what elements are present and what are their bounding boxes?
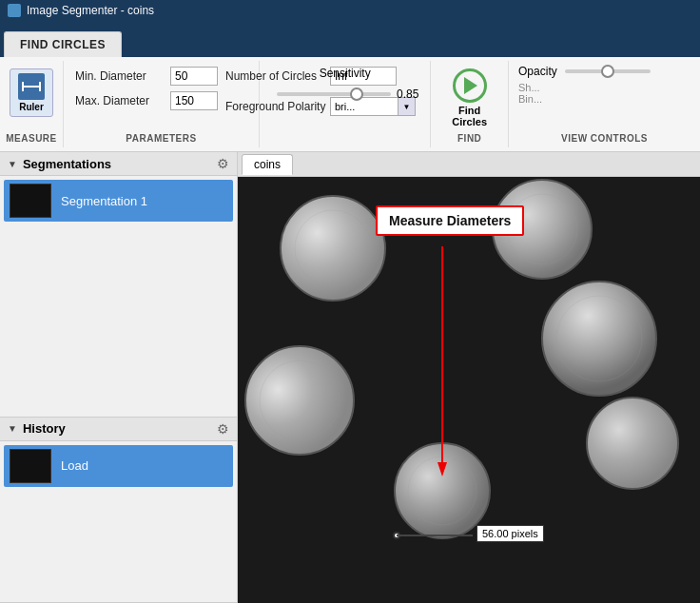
- tab-bar: FIND CIRCLES: [0, 21, 700, 57]
- image-tab-bar: coins: [238, 152, 700, 177]
- min-diameter-label: Min. Diameter: [75, 69, 170, 83]
- segmentations-header[interactable]: ▼ Segmentations ⚙: [0, 152, 237, 176]
- measure-container: 56.00 pixels: [397, 535, 473, 536]
- toolbar: Ruler MEASURE Min. Diameter Max. Diamete…: [0, 57, 700, 152]
- coin-1: [281, 196, 385, 301]
- history-item-label: Load: [61, 458, 88, 473]
- coin-6: [587, 398, 678, 489]
- history-section: ▼ History ⚙ Load: [0, 418, 237, 603]
- measure-relative: 56.00 pixels: [397, 535, 473, 536]
- measure-value: 56.00 pixels: [482, 528, 538, 539]
- show-binary-row: Sh...Bin...: [518, 82, 690, 105]
- max-diameter-label: Max. Diameter: [75, 94, 170, 107]
- coins-svg: [238, 177, 700, 603]
- opacity-row: Opacity: [518, 65, 690, 78]
- coins-tab[interactable]: coins: [242, 154, 293, 175]
- history-gear-icon[interactable]: ⚙: [217, 421, 229, 437]
- measure-section-label: MEASURE: [6, 133, 57, 144]
- sensitivity-slider[interactable]: [277, 92, 391, 96]
- show-binary-label: Sh...Bin...: [518, 82, 542, 105]
- find-section-label: FIND: [457, 133, 481, 144]
- min-diameter-row: Min. Diameter: [75, 67, 247, 86]
- left-panel: ▼ Segmentations ⚙ Segmentation 1 ▼ Histo…: [0, 152, 238, 603]
- list-item[interactable]: Load: [4, 445, 233, 487]
- title-bar: Image Segmenter - coins: [0, 0, 700, 21]
- ruler-icon: [18, 73, 45, 100]
- image-canvas[interactable]: Measure Diameters 5: [238, 177, 700, 603]
- parameters-section: Min. Diameter Max. Diameter Number of Ci…: [64, 61, 260, 147]
- parameters-section-label: PARAMETERS: [126, 133, 196, 144]
- sensitivity-label: Sensitivity: [320, 67, 371, 80]
- find-circles-tab[interactable]: FIND CIRCLES: [4, 31, 122, 57]
- segmentations-list: Segmentation 1: [0, 176, 237, 417]
- measure-label-box: 56.00 pixels: [476, 525, 544, 542]
- segmentations-arrow-icon: ▼: [8, 159, 17, 169]
- canvas-background: Measure Diameters 5: [238, 177, 700, 603]
- ruler-button[interactable]: Ruler: [10, 68, 53, 117]
- view-controls-label: VIEW CONTROLS: [561, 133, 648, 144]
- history-thumbnail: [10, 449, 51, 483]
- sensitivity-section: Sensitivity 0.85: [260, 61, 431, 147]
- history-title: History: [23, 421, 217, 436]
- opacity-slider[interactable]: [565, 69, 651, 73]
- image-area: coins: [238, 152, 700, 603]
- annotation-text: Measure Diameters: [389, 213, 511, 228]
- ruler-label: Ruler: [19, 102, 44, 112]
- play-triangle: [464, 77, 477, 94]
- find-circles-label: FindCircles: [452, 105, 487, 127]
- measure-line: [397, 535, 473, 536]
- app-icon: [8, 4, 21, 17]
- history-list: Load: [0, 441, 237, 602]
- opacity-label: Opacity: [518, 65, 557, 78]
- min-diameter-input[interactable]: [170, 67, 218, 86]
- sensitivity-slider-row: 0.85: [271, 88, 418, 101]
- coin-3: [542, 282, 656, 396]
- segmentations-title: Segmentations: [23, 157, 217, 171]
- segmentations-gear-icon[interactable]: ⚙: [217, 156, 229, 171]
- measure-diameters-annotation: Measure Diameters: [376, 205, 524, 236]
- max-diameter-row: Max. Diameter: [75, 91, 247, 110]
- segmentations-section: ▼ Segmentations ⚙ Segmentation 1: [0, 152, 237, 418]
- max-diameter-input[interactable]: [170, 91, 218, 110]
- sensitivity-thumb[interactable]: [350, 88, 363, 101]
- history-header[interactable]: ▼ History ⚙: [0, 418, 237, 441]
- app-title: Image Segmenter - coins: [27, 4, 154, 17]
- list-item[interactable]: Segmentation 1: [4, 180, 233, 222]
- measure-section: Ruler MEASURE: [0, 61, 64, 147]
- view-controls-section: Opacity Sh...Bin... VIEW CONTROLS: [509, 61, 700, 147]
- play-icon: [453, 68, 487, 103]
- segmentation-label: Segmentation 1: [61, 194, 147, 208]
- ruler-icon-line: [22, 86, 41, 88]
- find-circles-button[interactable]: FindCircles: [444, 65, 495, 131]
- coin-5: [395, 443, 490, 538]
- history-arrow-icon: ▼: [8, 423, 17, 434]
- segmentation-thumbnail: [10, 184, 51, 218]
- opacity-thumb[interactable]: [601, 65, 614, 78]
- coin-4: [245, 346, 354, 455]
- main-content: ▼ Segmentations ⚙ Segmentation 1 ▼ Histo…: [0, 152, 700, 603]
- find-section: FindCircles FIND: [431, 61, 509, 147]
- sensitivity-value: 0.85: [397, 88, 418, 101]
